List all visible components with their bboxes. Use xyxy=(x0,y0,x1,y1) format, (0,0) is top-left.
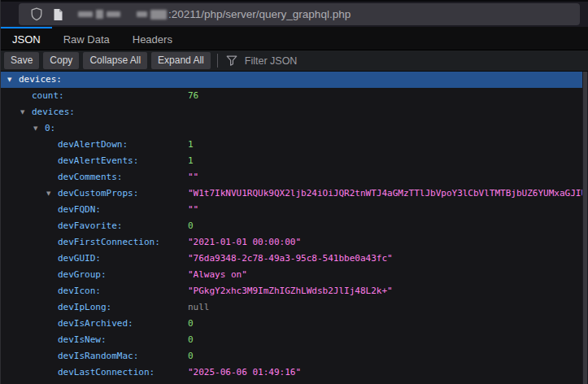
json-key: devIsRandomMac: xyxy=(1,351,138,361)
json-row[interactable]: devAlertEvents:1 xyxy=(1,153,588,169)
json-row[interactable]: devLastConnection:"2025-06-06 01:49:16" xyxy=(1,364,588,381)
vertical-scrollbar[interactable] xyxy=(582,72,588,384)
json-row[interactable]: devFavorite:0 xyxy=(1,218,588,234)
json-row[interactable]: devIsRandomMac:0 xyxy=(1,348,588,364)
json-row[interactable]: ▼devices: xyxy=(1,104,588,120)
json-key: devIpLong: xyxy=(1,302,111,312)
json-row[interactable]: devFQDN:"" xyxy=(1,202,588,218)
collapse-all-button[interactable]: Collapse All xyxy=(83,52,147,69)
json-value: "PGkgY2xhc3M9ImZhIGZhLWdsb2JlIj48L2k+" xyxy=(188,283,393,299)
viewer-tab-bar: JSONRaw DataHeaders xyxy=(1,27,588,50)
expander-arrow-icon[interactable]: ▼ xyxy=(20,104,24,120)
json-row[interactable]: devAlertDown:1 xyxy=(1,137,588,153)
json-row[interactable]: devComments:"" xyxy=(1,169,588,185)
json-value: "2025-06-06 01:49:16" xyxy=(188,364,301,381)
json-row[interactable]: count:76 xyxy=(1,88,588,104)
redacted-block xyxy=(150,10,167,20)
redacted-block xyxy=(107,11,120,17)
copy-button[interactable]: Copy xyxy=(43,52,79,69)
redacted-url-segment xyxy=(78,10,167,20)
json-key: devCustomProps: xyxy=(1,188,138,199)
json-key: devLastConnection: xyxy=(1,367,155,377)
json-value: 1 xyxy=(188,153,194,169)
json-row[interactable]: ▼0: xyxy=(1,120,588,137)
json-value: "76da9348-2c78-49a3-95c8-541bbe0a43fc" xyxy=(188,251,393,267)
json-key: devGroup: xyxy=(1,269,107,280)
shield-icon[interactable] xyxy=(30,7,43,21)
toolbar-separator xyxy=(217,54,218,68)
json-row[interactable]: devIcon:"PGkgY2xhc3M9ImZhIGZhLWdsb2JlIj4… xyxy=(1,283,588,299)
json-key: devAlertDown: xyxy=(1,139,128,150)
json-value: 0 xyxy=(188,348,194,364)
page-icon[interactable] xyxy=(52,8,63,21)
save-button[interactable]: Save xyxy=(4,52,39,69)
redacted-block xyxy=(137,11,147,17)
json-tree: ▼devices:count:76▼devices:▼0:devAlertDow… xyxy=(1,72,588,384)
json-value: 1 xyxy=(188,137,194,153)
json-value: "W1t7IkNVU1RQUk9QX2ljb24iOiJQR2tnWTJ4aGM… xyxy=(188,185,588,202)
url-bar[interactable]: :20211/php/server/query_graphql.php xyxy=(19,3,580,25)
json-key: 0: xyxy=(1,123,55,133)
tab-json[interactable]: JSON xyxy=(1,27,52,50)
json-row[interactable]: devGUID:"76da9348-2c78-49a3-95c8-541bbe0… xyxy=(1,251,588,267)
json-key: devGUID: xyxy=(1,253,101,264)
json-key: devComments: xyxy=(1,172,122,182)
json-value: null xyxy=(188,299,210,316)
json-value: "" xyxy=(188,169,198,185)
json-row[interactable]: devIsNew:0 xyxy=(1,332,588,348)
json-key: devFirstConnection: xyxy=(1,237,160,247)
json-value: "" xyxy=(188,202,198,218)
filter-json-box[interactable] xyxy=(226,55,390,68)
json-key: devIcon: xyxy=(1,286,101,296)
json-key: devIsArchived: xyxy=(1,318,133,329)
json-value: 0 xyxy=(188,218,194,234)
json-value: 0 xyxy=(188,316,194,332)
tab-headers[interactable]: Headers xyxy=(121,27,184,50)
json-row[interactable]: devIpLong:null xyxy=(1,299,588,316)
json-row[interactable]: ▼devCustomProps:"W1t7IkNVU1RQUk9QX2ljb24… xyxy=(1,185,588,202)
tab-raw-data[interactable]: Raw Data xyxy=(52,27,121,50)
toolbar-buttons: SaveCopyCollapse AllExpand All xyxy=(4,52,211,69)
json-row[interactable]: devGroup:"Always on" xyxy=(1,267,588,283)
redacted-block xyxy=(78,11,93,17)
json-row[interactable]: ▼devices: xyxy=(1,72,588,88)
json-key: count: xyxy=(1,90,64,101)
json-key: devFQDN: xyxy=(1,204,101,215)
json-key: devFavorite: xyxy=(1,220,122,231)
expander-arrow-icon[interactable]: ▼ xyxy=(46,185,50,202)
json-toolbar: SaveCopyCollapse AllExpand All xyxy=(1,50,588,72)
expander-arrow-icon[interactable]: ▼ xyxy=(33,120,37,137)
funnel-icon xyxy=(226,55,237,66)
json-value: "Always on" xyxy=(188,267,247,283)
filter-json-input[interactable] xyxy=(243,55,390,68)
browser-chrome: :20211/php/server/query_graphql.php xyxy=(1,0,588,27)
json-key: devAlertEvents: xyxy=(1,155,138,166)
expander-arrow-icon[interactable]: ▼ xyxy=(7,72,11,88)
json-value: 0 xyxy=(188,332,194,348)
json-row[interactable]: devFirstConnection:"2021-01-01 00:00:00" xyxy=(1,234,588,251)
json-key: devices: xyxy=(1,107,75,117)
scrollbar-thumb[interactable] xyxy=(583,72,587,384)
redacted-block xyxy=(96,10,103,19)
json-key: devIsNew: xyxy=(1,334,107,345)
json-value: "2021-01-01 00:00:00" xyxy=(188,234,301,251)
url-text: :20211/php/server/query_graphql.php xyxy=(168,8,351,20)
json-row[interactable]: devIsArchived:0 xyxy=(1,316,588,332)
json-value: 76 xyxy=(188,88,198,104)
expand-all-button[interactable]: Expand All xyxy=(151,52,211,69)
